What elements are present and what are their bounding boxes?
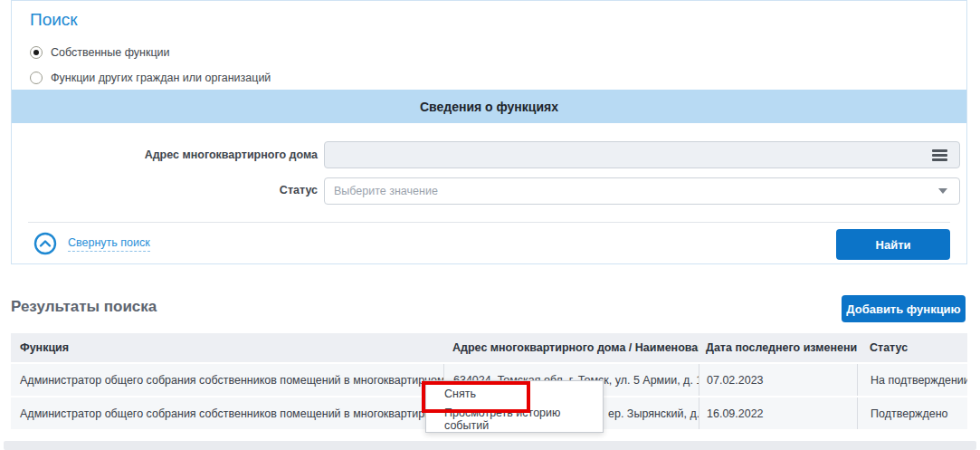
- address-input[interactable]: [324, 141, 960, 168]
- function-cell: Администратор общего собрания собственни…: [11, 397, 443, 429]
- context-menu: Снять Просмотреть историю событий: [425, 380, 604, 433]
- column-header-address: Адрес многоквартирного дома / Наименован…: [443, 333, 699, 362]
- address-label: Адрес многоквартирного дома: [19, 148, 318, 161]
- radio-selected-icon[interactable]: [30, 46, 43, 59]
- date-cell: 07.02.2023: [699, 364, 857, 396]
- search-title: Поиск: [30, 10, 78, 30]
- status-placeholder: Выберите значение: [325, 185, 938, 197]
- status-label: Статус: [19, 184, 318, 196]
- radio-other-functions[interactable]: Функции других граждан или организаций: [30, 72, 271, 84]
- function-cell: Администратор общего собрания собственни…: [11, 364, 443, 396]
- circle-chevron-up-icon[interactable]: [33, 232, 57, 255]
- column-header-status: Статус: [857, 333, 967, 362]
- find-button[interactable]: Найти: [836, 229, 950, 260]
- footer-strip: [4, 441, 976, 450]
- radio-other-functions-label: Функции других граждан или организаций: [51, 72, 271, 84]
- menu-item-remove[interactable]: Снять: [426, 381, 603, 407]
- column-header-date: Дата последнего изменения: [699, 333, 857, 362]
- page: Поиск Собственные функции Функции других…: [0, 0, 980, 450]
- status-cell: На подтверждении: [857, 364, 967, 396]
- address-visible-text: ер. Зырянский, д. 6: [608, 407, 699, 420]
- status-cell: Подтверждено: [857, 397, 967, 429]
- results-title: Результаты поиска: [11, 298, 157, 316]
- section-header-bar: Сведения о функциях: [12, 90, 966, 123]
- add-function-button[interactable]: Добавить функцию: [842, 295, 966, 322]
- collapse-search-link[interactable]: Свернуть поиск: [33, 232, 150, 255]
- column-header-function: Функция: [11, 333, 443, 362]
- status-select[interactable]: Выберите значение: [324, 177, 960, 205]
- menu-item-view-history[interactable]: Просмотреть историю событий: [426, 407, 603, 432]
- menu-icon[interactable]: [932, 149, 947, 161]
- function-text: Администратор общего собрания собственни…: [20, 407, 443, 420]
- search-panel: Поиск Собственные функции Функции других…: [11, 0, 967, 264]
- chevron-down-icon[interactable]: [938, 188, 947, 194]
- radio-unselected-icon[interactable]: [30, 72, 43, 84]
- date-cell: 16.09.2022: [699, 397, 857, 429]
- function-text: Администратор общего собрания собственни…: [20, 374, 443, 387]
- radio-own-functions[interactable]: Собственные функции: [30, 46, 170, 59]
- section-header-title: Сведения о функциях: [420, 100, 558, 114]
- radio-own-functions-label: Собственные функции: [51, 46, 170, 59]
- divider: [28, 222, 950, 223]
- table-header-row: Функция Адрес многоквартирного дома / На…: [11, 333, 967, 362]
- collapse-search-label: Свернуть поиск: [68, 236, 150, 252]
